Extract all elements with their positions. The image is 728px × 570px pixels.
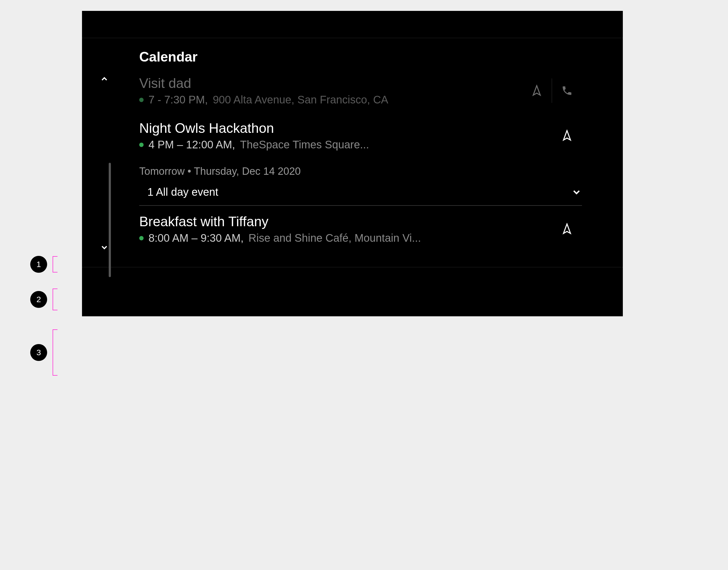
status-bar xyxy=(82,11,623,38)
device-frame: Calendar Visit dad 7 xyxy=(82,11,623,316)
event-title: Visit dad xyxy=(139,75,522,91)
scroll-gutter xyxy=(82,67,139,251)
status-dot-icon xyxy=(139,98,144,102)
annotation-badge: 2 xyxy=(30,291,47,308)
event-item-visit-dad[interactable]: Visit dad 7 - 7:30 PM, 900 Alta Avenue, … xyxy=(139,67,582,112)
date-section-header: Tomorrow • Thursday, Dec 14 2020 xyxy=(139,157,582,179)
scroll-up-button[interactable] xyxy=(99,73,110,85)
event-time: 7 - 7:30 PM, xyxy=(149,94,208,106)
annotation-1: 1 xyxy=(30,256,57,273)
expand-button[interactable] xyxy=(571,187,582,198)
call-button[interactable] xyxy=(552,78,582,103)
all-day-label: 1 All day event xyxy=(147,186,218,198)
scrollbar-thumb[interactable] xyxy=(109,163,111,277)
event-title: Night Owls Hackathon xyxy=(139,120,552,136)
event-time: 4 PM – 12:00 AM, xyxy=(149,138,235,151)
navigate-button[interactable] xyxy=(552,123,582,148)
annotation-badge: 3 xyxy=(30,344,47,361)
all-day-row[interactable]: 1 All day event xyxy=(139,179,582,206)
chevron-up-icon xyxy=(100,74,109,83)
status-dot-icon xyxy=(139,236,144,240)
event-location: TheSpace Times Square... xyxy=(240,138,369,151)
navigate-button[interactable] xyxy=(522,78,552,103)
scroll-down-button[interactable] xyxy=(99,241,110,253)
app-title: Calendar xyxy=(82,38,623,67)
event-title: Breakfast with Tiffany xyxy=(139,213,552,230)
event-list: Visit dad 7 - 7:30 PM, 900 Alta Avenue, … xyxy=(139,67,623,251)
annotation-bracket xyxy=(52,256,57,272)
navigation-arrow-icon xyxy=(561,223,573,235)
navigate-button[interactable] xyxy=(552,217,582,241)
phone-icon xyxy=(561,85,573,96)
event-location: Rise and Shine Café, Mountain Vi... xyxy=(248,232,421,244)
status-dot-icon xyxy=(139,142,144,147)
bottom-separator xyxy=(82,267,623,267)
navigation-arrow-icon xyxy=(531,85,543,97)
event-location: 900 Alta Avenue, San Francisco, CA xyxy=(213,94,388,106)
chevron-down-icon xyxy=(100,243,109,252)
annotation-badge: 1 xyxy=(30,256,47,273)
annotation-3: 3 xyxy=(30,329,57,376)
annotation-2: 2 xyxy=(30,289,57,310)
event-time: 8:00 AM – 9:30 AM, xyxy=(149,232,243,244)
navigation-arrow-icon xyxy=(561,129,573,141)
chevron-down-icon xyxy=(571,187,582,198)
event-item-breakfast[interactable]: Breakfast with Tiffany 8:00 AM – 9:30 AM… xyxy=(139,206,582,251)
event-item-hackathon[interactable]: Night Owls Hackathon 4 PM – 12:00 AM, Th… xyxy=(139,112,582,157)
annotation-bracket xyxy=(52,289,57,310)
annotation-bracket xyxy=(52,329,57,376)
